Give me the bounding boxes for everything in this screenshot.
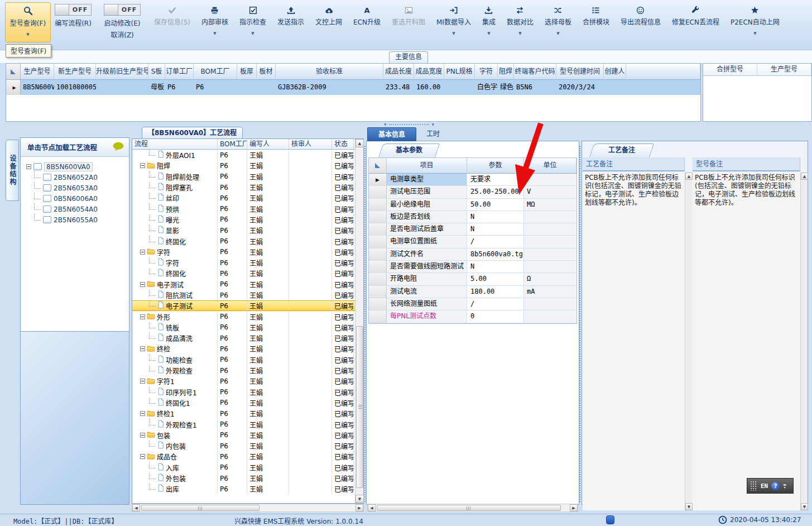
tab-basic-params[interactable]: 基本参数 (378, 144, 440, 157)
collapse-icon[interactable] (140, 163, 145, 168)
param-row[interactable]: 测试文件名8b5n600va0.tgz (369, 248, 576, 261)
flow-tree-row[interactable]: 终检1P6王娟已编写 (132, 408, 363, 419)
flow-tree-row[interactable]: 内包装P6王娟已编写 (132, 441, 363, 451)
flow-tree-row[interactable]: 外层AOI1P6王娟已编写 (132, 150, 363, 160)
tab-basic-info[interactable]: 基本信息 (367, 127, 416, 141)
tree-child-row[interactable]: 2B5N6053A0 (26, 183, 129, 193)
param-value-cell[interactable]: N (467, 261, 524, 272)
param-row[interactable]: 每PNL测试点数0 (369, 310, 576, 323)
param-row[interactable]: 最小绝缘电阻50.00MΩ (369, 199, 576, 211)
param-value-cell[interactable]: 5.00 (467, 273, 524, 285)
toolbar-button-doc-control-online[interactable]: 文控上网 (310, 3, 348, 38)
column-header[interactable]: 验收标准 (276, 64, 383, 80)
column-header[interactable]: BOM工厂 (218, 139, 247, 149)
column-header[interactable]: 编写人 (247, 139, 289, 149)
column-header[interactable]: BOM工厂 (194, 64, 237, 80)
param-row[interactable]: ▶电测章类型无要求 (369, 174, 576, 186)
flow-tree-row[interactable]: 字符1P6王娟已编写 (132, 376, 363, 386)
column-header[interactable]: 流程 (132, 139, 218, 149)
toolbar-button-p2ecn-auto-online[interactable]: P2ECN自动上网▼ (725, 3, 785, 38)
ime-language-bar[interactable]: EN ? ▬▾ (747, 478, 794, 494)
scrollbar-thumb[interactable] (356, 326, 363, 488)
flow-tree-row[interactable]: 显影P6王娟已编写 (132, 225, 363, 236)
toggle-switch[interactable]: OFF (55, 4, 92, 16)
flow-tree-row[interactable]: 外包装P6王娟已编写 (132, 473, 363, 484)
toolbar-button-export-flow-info[interactable]: 导出流程信息 (615, 3, 666, 38)
flow-tree-row[interactable]: 阻焊前处理P6王娟已编写 (132, 171, 363, 182)
flow-tree-row[interactable]: 入库P6王娟已编写 (132, 462, 363, 473)
collapse-icon[interactable] (140, 346, 145, 351)
column-header[interactable]: 单位 (524, 158, 576, 173)
param-value-cell[interactable]: N (467, 223, 524, 235)
param-row[interactable]: 板边是否划线N (369, 211, 576, 223)
chevron-down-icon[interactable]: ▼ (753, 31, 756, 36)
flow-tree-row[interactable]: 预烘P6王娟已编写 (132, 203, 363, 214)
tab-main-info[interactable]: 主要信息 (389, 51, 428, 63)
column-header[interactable]: 新生产型号 (54, 64, 96, 80)
toolbar-button-integrate[interactable]: 集成▼ (477, 3, 501, 38)
scroll-down-icon[interactable]: ▼ (685, 503, 693, 510)
flow-tree-row[interactable]: 外观检查1P6王娟已编写 (132, 419, 363, 429)
param-row[interactable]: 是否需要做线圈短路测试N (369, 261, 576, 273)
tab-device-structure[interactable]: 设备结构 (6, 140, 19, 201)
toolbar-button-internal-audit[interactable]: 内部审核▼ (196, 3, 234, 38)
tab-process-remarks[interactable]: 工艺备注 (589, 144, 654, 157)
flow-tree-row[interactable]: 铣板P6王娟已编写 (132, 322, 363, 333)
column-header[interactable]: 项目 (387, 158, 467, 173)
model-query-button[interactable]: 型号查询(F) ▼ (5, 2, 51, 42)
column-header[interactable]: 状态 (332, 139, 354, 149)
flow-tree-row[interactable]: 成品仓P6王娟已编写 (132, 451, 363, 462)
tab-work-hours[interactable]: 工时 (417, 127, 449, 141)
param-value-cell[interactable]: 25.00-250.00 (467, 186, 524, 198)
ime-language-label[interactable]: EN (761, 482, 768, 490)
scrollbar-thumb[interactable] (377, 505, 561, 511)
flow-title-tab[interactable]: 【8B5N600VA0】工艺流程 (142, 127, 243, 139)
flow-tree-row[interactable]: 终固化P6王娟已编写 (132, 268, 363, 279)
flow-tree-row[interactable]: 阻焊塞孔P6王娟已编写 (132, 182, 363, 193)
param-value-cell[interactable]: / (467, 298, 524, 310)
remark-scrollbar[interactable]: ▲ ▼ (685, 173, 692, 510)
scroll-up-icon[interactable]: ▲ (685, 173, 693, 180)
ime-minimize-icon[interactable]: ▬▾ (783, 483, 786, 489)
column-header[interactable]: 合拼型号 (703, 64, 757, 76)
collapse-icon[interactable] (140, 454, 145, 459)
tree-child-row[interactable]: 2B5N6055A0 (26, 214, 129, 225)
param-row[interactable]: 测试电压范围25.00-250.00V (369, 186, 576, 198)
params-horizontal-scrollbar[interactable]: ◀ ▶ (367, 504, 578, 512)
param-row[interactable]: 电测章位置图纸/ (369, 236, 576, 248)
toolbar-button-ecn-upgrade[interactable]: AECN升级 (348, 3, 386, 38)
column-header[interactable]: 成品长度 (383, 64, 414, 80)
param-value-cell[interactable]: N (467, 211, 524, 223)
scrollbar-thumb[interactable] (141, 505, 260, 511)
splitter-grip[interactable]: ▼▼ (384, 122, 434, 126)
select-all-corner[interactable] (6, 64, 21, 80)
flow-tree-row[interactable]: 阻焊P6王娟已编写 (132, 160, 363, 171)
flow-tree-row[interactable]: 丝印P6王娟已编写 (132, 193, 363, 203)
flow-tree-row[interactable]: 成品清洗P6王娟已编写 (132, 333, 363, 343)
chevron-down-icon[interactable]: ▼ (452, 31, 455, 36)
flow-tree-row[interactable]: 终检P6王娟已编写 (132, 343, 363, 354)
toolbar-button-fix-ecn-lost-flow[interactable]: 修复ECN丢流程 (666, 3, 725, 38)
remark-scrollbar[interactable]: ▲ ▼ (800, 173, 808, 510)
collapse-icon[interactable] (140, 314, 145, 319)
flow-tree-row[interactable]: 外形P6王娟已编写 (132, 311, 363, 322)
select-all-corner[interactable] (369, 158, 387, 173)
flow-vertical-scrollbar[interactable]: ▲ ▼ (355, 139, 363, 503)
scroll-up-icon[interactable]: ▲ (355, 139, 364, 147)
flow-tree-row[interactable]: 阻抗测试P6王娟已编写 (132, 290, 363, 300)
collapse-icon[interactable] (140, 282, 145, 287)
column-header[interactable]: 字符 (475, 64, 498, 80)
column-header[interactable]: 型号创建时间 (556, 64, 604, 80)
param-value-cell[interactable]: 50.00 (467, 199, 524, 211)
toolbar-button-mi-data-import[interactable]: MI数据导入▼ (431, 3, 477, 38)
chevron-down-icon[interactable]: ▼ (487, 31, 490, 36)
collapse-icon[interactable] (140, 433, 145, 438)
toolbar-button-send-instruction[interactable]: 发送指示 (272, 3, 310, 38)
toolbar-button-save-info[interactable]: 保存信息(S) (148, 3, 196, 38)
scroll-down-icon[interactable]: ▼ (801, 503, 808, 510)
column-header[interactable]: 升级前旧生产型号 (96, 64, 148, 80)
scroll-right-icon[interactable]: ▶ (355, 504, 363, 511)
scroll-down-icon[interactable]: ▼ (355, 495, 364, 503)
flow-tree-row[interactable]: 功能检查P6王娟已编写 (132, 355, 363, 365)
flow-tree-row[interactable]: 终固化1P6王娟已编写 (132, 398, 363, 408)
